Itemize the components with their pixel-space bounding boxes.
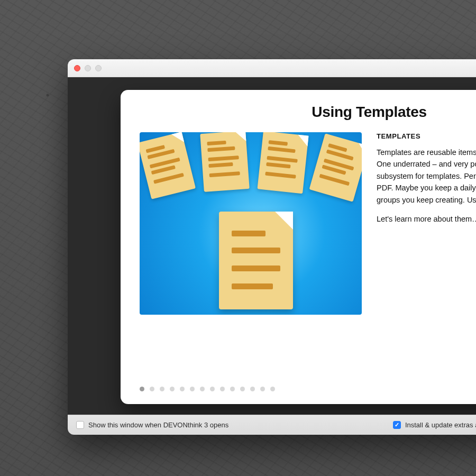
- pager-dot[interactable]: [160, 387, 164, 391]
- sidebar-paragraph: Templates are reusable items you copy an…: [377, 147, 476, 206]
- titlebar: [68, 59, 476, 77]
- templates-illustration: [140, 132, 362, 315]
- document-icon: [309, 133, 362, 202]
- slide-content: TEMPLATES Templates are reusable items y…: [140, 132, 476, 315]
- slide-card: Using Templates: [121, 90, 476, 404]
- document-icon: [200, 132, 249, 192]
- document-icon: [140, 132, 196, 199]
- pager-dot[interactable]: [170, 387, 175, 391]
- pager-dot[interactable]: [150, 387, 154, 391]
- footer: Show this window when DEVONthink 3 opens…: [68, 415, 476, 435]
- sidebar-heading: TEMPLATES: [377, 132, 476, 140]
- zoom-icon[interactable]: [95, 65, 102, 71]
- pager-dot[interactable]: [200, 387, 205, 391]
- auto-update-checkbox[interactable]: [393, 421, 401, 429]
- pager-dot[interactable]: [230, 387, 235, 391]
- pager-dot[interactable]: [270, 387, 275, 391]
- sidebar-paragraph: Let's learn more about them…: [377, 213, 476, 225]
- pager: [140, 387, 275, 391]
- slide-title: Using Templates: [140, 104, 476, 121]
- show-on-open-label[interactable]: Show this window when DEVONthink 3 opens: [88, 421, 228, 429]
- slide-sidebar-text: TEMPLATES Templates are reusable items y…: [377, 132, 476, 233]
- pager-dot[interactable]: [190, 387, 195, 391]
- pager-dot[interactable]: [180, 387, 185, 391]
- pager-dot[interactable]: [260, 387, 265, 391]
- pager-dot[interactable]: [140, 387, 144, 391]
- document-icon: [257, 132, 308, 194]
- pager-dot[interactable]: [210, 387, 215, 391]
- show-on-open-checkbox[interactable]: [76, 421, 84, 429]
- close-icon[interactable]: [74, 65, 80, 71]
- pager-dot[interactable]: [240, 387, 245, 391]
- pager-dot[interactable]: [220, 387, 225, 391]
- document-icon: [219, 212, 293, 309]
- stage: Welcome | Get Support | Install Extras U…: [68, 77, 476, 415]
- pager-dot[interactable]: [250, 387, 255, 391]
- minimize-icon[interactable]: [85, 65, 91, 71]
- auto-update-label[interactable]: Install & update extras automatically: [405, 421, 476, 429]
- onboarding-window: Welcome | Get Support | Install Extras U…: [68, 59, 476, 435]
